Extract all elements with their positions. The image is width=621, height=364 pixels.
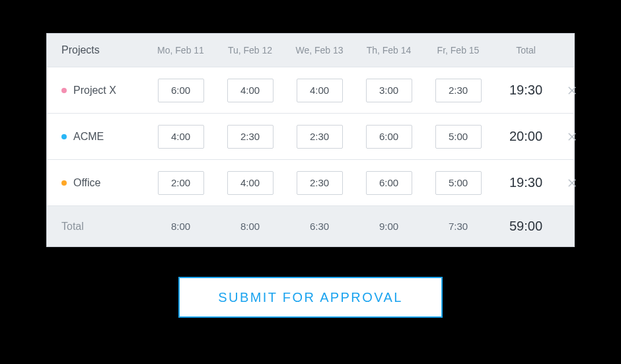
row-total: 20:00: [493, 129, 559, 144]
time-input[interactable]: [297, 171, 343, 195]
header-total-label: Total: [493, 45, 559, 55]
time-input[interactable]: [366, 79, 412, 102]
project-name: Project X: [73, 85, 116, 96]
header-day-3: Th, Feb 14: [354, 45, 423, 55]
time-input[interactable]: [366, 125, 412, 149]
footer-day-total-2: 6:30: [285, 221, 354, 232]
remove-row-icon[interactable]: [566, 85, 578, 96]
time-input[interactable]: [366, 171, 412, 195]
project-color-dot: [61, 134, 67, 139]
row-total: 19:30: [493, 83, 559, 98]
timesheet-header-row: Projects Mo, Feb 11 Tu, Feb 12 We, Feb 1…: [47, 34, 574, 67]
time-input[interactable]: [297, 79, 343, 102]
footer-day-total-0: 8:00: [146, 221, 215, 232]
time-input[interactable]: [158, 171, 204, 195]
project-cell: ACME: [47, 131, 146, 143]
header-day-1: Tu, Feb 12: [215, 45, 285, 55]
time-input[interactable]: [227, 171, 274, 195]
project-color-dot: [61, 180, 67, 186]
footer-total-label: Total: [47, 221, 146, 233]
project-name: Office: [73, 177, 101, 189]
submit-for-approval-button[interactable]: SUBMIT FOR APPROVAL: [178, 277, 443, 318]
project-color-dot: [61, 88, 67, 93]
timesheet-card: Projects Mo, Feb 11 Tu, Feb 12 We, Feb 1…: [46, 33, 575, 247]
remove-row-icon[interactable]: [566, 177, 578, 189]
header-day-0: Mo, Feb 11: [146, 45, 215, 55]
timesheet-row: ACME 20:00: [47, 113, 574, 159]
header-projects-label: Projects: [47, 44, 146, 56]
project-cell: Project X: [47, 85, 146, 96]
footer-day-total-4: 7:30: [423, 221, 493, 232]
time-input[interactable]: [297, 125, 343, 149]
time-input[interactable]: [435, 125, 482, 149]
footer-grand-total: 59:00: [493, 219, 559, 234]
time-input[interactable]: [227, 125, 274, 149]
timesheet-row: Project X 19:30: [47, 67, 574, 113]
time-input[interactable]: [435, 79, 482, 102]
time-input[interactable]: [158, 79, 204, 102]
timesheet-row: Office 19:30: [47, 159, 574, 205]
project-name: ACME: [73, 131, 104, 143]
time-input[interactable]: [227, 79, 274, 102]
row-total: 19:30: [493, 175, 559, 190]
time-input[interactable]: [158, 125, 204, 149]
project-cell: Office: [47, 177, 146, 189]
remove-row-icon[interactable]: [566, 131, 578, 143]
footer-day-total-1: 8:00: [215, 221, 285, 232]
header-day-4: Fr, Feb 15: [423, 45, 493, 55]
footer-day-total-3: 9:00: [354, 221, 423, 232]
time-input[interactable]: [435, 171, 482, 195]
header-day-2: We, Feb 13: [285, 45, 354, 55]
timesheet-footer-row: Total 8:00 8:00 6:30 9:00 7:30 59:00: [47, 205, 574, 246]
